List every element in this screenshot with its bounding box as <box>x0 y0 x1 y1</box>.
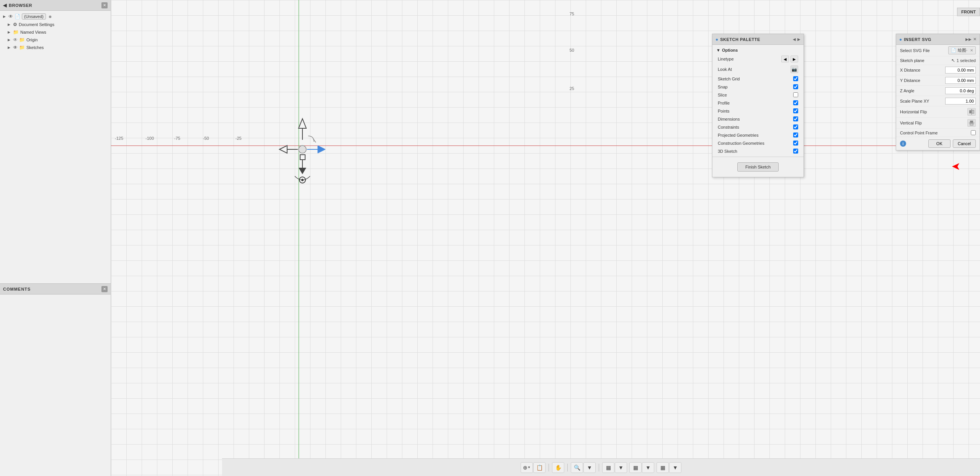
panel-controls: ◀ ▶ <box>793 37 800 41</box>
palette-row-points: Points <box>712 107 804 115</box>
palette-row-construction: Construction Geometries <box>712 139 804 147</box>
expand-right-btn[interactable]: ▶ <box>797 37 800 41</box>
dimensions-checkbox[interactable] <box>793 116 798 121</box>
profile-checkbox[interactable] <box>793 100 798 105</box>
vertical-axis <box>299 0 299 476</box>
info-icon[interactable]: i <box>900 141 906 147</box>
3d-sketch-checkbox[interactable] <box>793 149 798 154</box>
axis-label-50: 50 <box>570 48 574 52</box>
close-file-icon[interactable]: ✕ <box>970 48 973 52</box>
main-canvas: FRONT 75 50 25 -125 -100 -75 -50 -25 <box>111 0 980 476</box>
toolbar-group-5: ▦ ▼ <box>657 462 681 473</box>
z-angle-row: Z Angle <box>896 86 980 96</box>
folder-icon: 📁 <box>19 37 25 43</box>
control-point-checkbox[interactable] <box>971 130 976 135</box>
move-gizmo[interactable] <box>272 115 333 191</box>
collapse-icon[interactable]: ◀ <box>3 3 7 8</box>
front-badge: FRONT <box>957 8 980 16</box>
svg-file-button[interactable]: 📄 绘图· ✕ <box>948 46 976 54</box>
3d-sketch-label: 3D Sketch <box>718 149 737 154</box>
linetype-prev-btn[interactable]: ◀ <box>781 56 789 62</box>
linetype-next-btn[interactable]: ▶ <box>791 56 798 62</box>
folder-icon: 📁 <box>13 29 19 35</box>
grid-background <box>111 0 980 476</box>
vertical-flip-icon <box>969 120 975 126</box>
points-checkbox[interactable] <box>793 108 798 113</box>
horizontal-flip-label: Horizontal Flip <box>900 110 927 114</box>
svg-file-value: 绘图· <box>958 47 967 53</box>
red-arrow-indicator: ➤ <box>952 160 960 173</box>
insert-svg-close-btn[interactable]: ✕ <box>973 37 977 42</box>
palette-row-3d-sketch: 3D Sketch <box>712 147 804 155</box>
tree-item-document-settings[interactable]: ▶ ⚙ Document Settings <box>0 21 111 28</box>
axis-label-75: 75 <box>570 11 574 16</box>
pan-btn[interactable]: ✋ <box>552 462 564 473</box>
zoom-btn[interactable]: 🔍 <box>571 462 583 473</box>
tree-item-named-views[interactable]: ▶ 📁 Named Views <box>0 28 111 36</box>
expand-left-btn[interactable]: ◀ <box>793 37 796 41</box>
grid-view-btn[interactable]: ▦ <box>602 462 614 473</box>
svg-action-buttons: OK Cancel <box>928 139 976 148</box>
viewport-btn[interactable]: ▦ <box>657 462 669 473</box>
tree-item-unsaved[interactable]: ▶ 👁 📄 (Unsaved) ⏺ <box>0 12 111 21</box>
axis-label-minus125: -125 <box>115 136 123 141</box>
horizontal-flip-button[interactable] <box>967 108 976 116</box>
vertical-flip-button[interactable] <box>967 119 976 127</box>
cancel-button[interactable]: Cancel <box>953 139 976 148</box>
eye-icon[interactable]: 👁 <box>8 14 13 19</box>
grid-view-dropdown-btn[interactable]: ▼ <box>615 462 627 473</box>
x-distance-row: X Distance <box>896 65 980 75</box>
sketch-grid-checkbox[interactable] <box>793 76 798 81</box>
linetype-label: Linetype <box>718 57 734 61</box>
horizontal-axis <box>111 146 980 146</box>
browser-close-button[interactable]: ✕ <box>101 2 108 8</box>
options-header[interactable]: ▼ Options <box>712 46 804 54</box>
ok-button[interactable]: OK <box>928 139 951 148</box>
browser-header: ◀ BROWSER ✕ <box>0 0 111 11</box>
scale-plane-input[interactable] <box>945 98 976 105</box>
snap-btn[interactable]: ⊕▼ <box>521 462 533 473</box>
tree-item-label: Named Views <box>20 30 46 34</box>
z-angle-input[interactable] <box>945 87 976 94</box>
x-distance-input[interactable] <box>945 67 976 74</box>
tree-item-sketches[interactable]: ▶ 👁 📁 Sketches <box>0 44 111 51</box>
arrow-icon: ▶ <box>8 38 11 42</box>
browser-title: BROWSER <box>9 3 32 8</box>
display-dropdown-btn[interactable]: ▼ <box>642 462 654 473</box>
axis-label-25: 25 <box>570 86 574 91</box>
eye-icon[interactable]: 👁 <box>13 45 18 50</box>
finish-sketch-button[interactable]: Finish Sketch <box>737 162 779 172</box>
scale-plane-label: Scale Plane XY <box>900 99 929 103</box>
axis-label-minus50: -50 <box>203 136 209 141</box>
eye-icon[interactable]: 👁 <box>13 37 18 43</box>
display-btn[interactable]: ▦ <box>629 462 642 473</box>
construction-checkbox[interactable] <box>793 141 798 146</box>
lookat-btn[interactable]: 📷 <box>791 65 798 73</box>
palette-row-profile: Profile <box>712 99 804 107</box>
svg-marker-6 <box>318 146 325 153</box>
viewport-dropdown-btn[interactable]: ▼ <box>669 462 681 473</box>
tree-item-origin[interactable]: ▶ 👁 📁 Origin <box>0 36 111 44</box>
triangle-icon: ▼ <box>716 48 720 52</box>
arrow-icon: ▶ <box>3 15 7 18</box>
sketch-plane-badge: ↖ 1 selected <box>951 58 976 63</box>
folder-icon: 📁 <box>19 45 25 50</box>
sketch-plane-value: 1 selected <box>957 58 976 63</box>
clipboard-btn[interactable]: 📋 <box>533 462 546 473</box>
svg-rect-14 <box>972 110 974 113</box>
y-distance-input[interactable] <box>945 77 976 84</box>
projected-checkbox[interactable] <box>793 132 798 137</box>
constraints-checkbox[interactable] <box>793 124 798 129</box>
slice-checkbox[interactable] <box>793 92 798 97</box>
snap-checkbox[interactable] <box>793 84 798 89</box>
options-label: Options <box>722 48 738 52</box>
constraints-label: Constraints <box>718 125 739 129</box>
axis-label-minus100: -100 <box>145 136 154 141</box>
comments-close-button[interactable]: ✕ <box>101 286 108 292</box>
svg-file-label: Select SVG File <box>900 48 930 53</box>
points-label: Points <box>718 109 730 113</box>
zoom-dropdown-btn[interactable]: ▼ <box>583 462 596 473</box>
insert-svg-expand-btn[interactable]: ▶▶ <box>965 37 972 42</box>
dimensions-label: Dimensions <box>718 117 740 121</box>
svg-marker-2 <box>279 146 287 153</box>
